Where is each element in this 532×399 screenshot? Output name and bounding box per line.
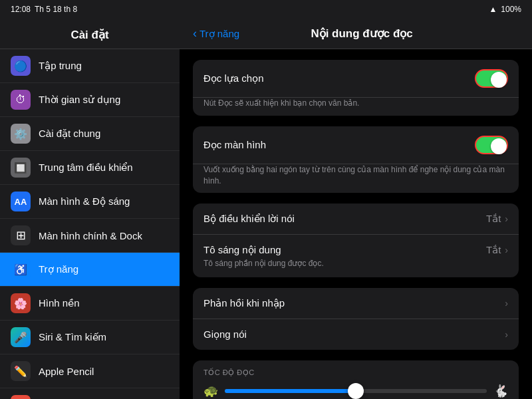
nav-group-2: Phản hồi khi nhập › Giọng nói › bbox=[193, 288, 519, 350]
phan-hoi-chevron: › bbox=[505, 298, 508, 309]
doc-lua-chon-toggle[interactable] bbox=[475, 69, 508, 88]
to-sang-chevron: › bbox=[505, 245, 508, 255]
phan-hoi-label: Phản hồi khi nhập bbox=[203, 297, 505, 309]
sidebar-label-tro-nang: Trợ năng bbox=[39, 263, 78, 275]
bo-dieu-khien-label: Bộ điều khiển lời nói bbox=[203, 213, 486, 225]
sidebar: Cài đặt 🔵 Tập trung ⏱ Thời gian sử dụng … bbox=[0, 19, 180, 399]
wifi-icon: ▲ bbox=[489, 5, 497, 14]
sidebar-label-apple-pencil: Apple Pencil bbox=[39, 366, 94, 377]
sidebar-label-hinh-nen: Hình nền bbox=[39, 297, 80, 309]
sidebar-label-man-hinh-chinh: Màn hình chính & Dock bbox=[39, 230, 142, 241]
main-container: Cài đặt 🔵 Tập trung ⏱ Thời gian sử dụng … bbox=[0, 19, 532, 399]
bo-dieu-khien-chevron: › bbox=[505, 213, 508, 224]
tro-nang-icon: ♿ bbox=[11, 259, 31, 279]
slider-track[interactable] bbox=[225, 389, 487, 393]
slider-fast-icon: 🐇 bbox=[493, 384, 508, 398]
sidebar-item-apple-pencil[interactable]: ✏️ Apple Pencil bbox=[0, 354, 180, 388]
sidebar-title: Cài đặt bbox=[0, 19, 180, 49]
slider-thumb[interactable] bbox=[348, 383, 364, 399]
thoi-gian-icon: ⏱ bbox=[11, 90, 31, 110]
touch-id-icon: ❤️ bbox=[11, 395, 31, 399]
slider-label: TỐC ĐỘ ĐỌC bbox=[203, 368, 508, 377]
cai-dat-chung-icon: ⚙️ bbox=[11, 124, 31, 144]
doc-man-hinh-group: Đọc màn hình Vuốt xuống bằng hai ngón ta… bbox=[193, 126, 519, 194]
nav-group-1: Bộ điều khiển lời nói Tắt › Tô sáng nội … bbox=[193, 203, 519, 277]
doc-man-hinh-label: Đọc màn hình bbox=[203, 139, 475, 151]
doc-man-hinh-desc: Vuốt xuống bằng hai ngón tay từ trên cùn… bbox=[193, 164, 519, 194]
doc-lua-chon-desc: Nút Đọc sẽ xuất hiện khi bạn chọn văn bả… bbox=[193, 98, 519, 116]
giong-noi-row[interactable]: Giọng nói › bbox=[193, 319, 519, 350]
sidebar-item-trung-tam[interactable]: 🔲 Trung tâm điều khiển bbox=[0, 151, 180, 185]
sidebar-item-hinh-nen[interactable]: 🌸 Hình nền bbox=[0, 287, 180, 321]
back-chevron-icon: ‹ bbox=[193, 27, 197, 41]
sidebar-item-man-hinh-chinh[interactable]: ⊞ Màn hình chính & Dock bbox=[0, 219, 180, 253]
status-bar: 12:08 Th 5 18 th 8 ▲ 100% bbox=[0, 0, 532, 19]
slider-slow-icon: 🐢 bbox=[203, 384, 218, 398]
right-header: ‹ Trợ năng Nội dung được đọc bbox=[180, 19, 532, 49]
doc-man-hinh-toggle[interactable] bbox=[475, 136, 508, 154]
giong-noi-label: Giọng nói bbox=[203, 329, 505, 340]
slider-row: 🐢 🐇 bbox=[203, 384, 508, 398]
sidebar-item-tap-trung[interactable]: 🔵 Tập trung bbox=[0, 49, 180, 83]
slider-section: TỐC ĐỘ ĐỌC 🐢 🐇 bbox=[193, 360, 519, 399]
sidebar-label-siri: Siri & Tìm kiếm bbox=[39, 331, 106, 343]
doc-lua-chon-section: Đọc lựa chọn Nút Đọc sẽ xuất hiện khi bạ… bbox=[193, 60, 519, 116]
trung-tam-icon: 🔲 bbox=[11, 158, 31, 178]
siri-icon: 🎤 bbox=[11, 327, 31, 347]
to-sang-row[interactable]: Tô sáng nội dung Tắt › Tô sáng phần nội … bbox=[193, 235, 519, 277]
bo-dieu-khien-row[interactable]: Bộ điều khiển lời nói Tắt › bbox=[193, 203, 519, 235]
sidebar-label-tap-trung: Tập trung bbox=[39, 60, 82, 72]
man-hinh-chinh-icon: ⊞ bbox=[11, 225, 31, 245]
sidebar-label-thoi-gian: Thời gian sử dụng bbox=[39, 94, 120, 106]
doc-lua-chon-group: Đọc lựa chọn Nút Đọc sẽ xuất hiện khi bạ… bbox=[193, 60, 519, 116]
sidebar-label-trung-tam: Trung tâm điều khiển bbox=[39, 162, 133, 174]
sidebar-item-thoi-gian[interactable]: ⏱ Thời gian sử dụng bbox=[0, 83, 180, 117]
man-hinh-icon: AA bbox=[11, 192, 31, 211]
tap-trung-icon: 🔵 bbox=[11, 56, 31, 76]
bo-dieu-khien-value: Tắt bbox=[486, 213, 501, 225]
sidebar-item-touch-id[interactable]: ❤️ Touch ID & Mật mã bbox=[0, 388, 180, 399]
apple-pencil-icon: ✏️ bbox=[11, 361, 31, 381]
right-panel: ‹ Trợ năng Nội dung được đọc Đọc lựa chọ… bbox=[180, 19, 532, 399]
to-sang-desc: Tô sáng phần nội dung được đọc. bbox=[203, 259, 324, 268]
doc-man-hinh-thumb bbox=[491, 138, 507, 154]
right-panel-title: Nội dung được đọc bbox=[245, 27, 479, 41]
sidebar-item-cai-dat-chung[interactable]: ⚙️ Cài đặt chung bbox=[0, 117, 180, 151]
doc-lua-chon-label: Đọc lựa chọn bbox=[203, 72, 475, 84]
sidebar-label-man-hinh: Màn hình & Độ sáng bbox=[39, 196, 130, 207]
back-button[interactable]: ‹ Trợ năng bbox=[193, 27, 239, 41]
sidebar-item-man-hinh[interactable]: AA Màn hình & Độ sáng bbox=[0, 185, 180, 219]
giong-noi-chevron: › bbox=[505, 329, 508, 340]
doc-man-hinh-row: Đọc màn hình bbox=[193, 126, 519, 164]
sidebar-item-tro-nang[interactable]: ♿ Trợ năng bbox=[0, 253, 180, 287]
status-time: 12:08 bbox=[11, 5, 31, 14]
right-content: Đọc lựa chọn Nút Đọc sẽ xuất hiện khi bạ… bbox=[180, 49, 532, 399]
sidebar-label-cai-dat-chung: Cài đặt chung bbox=[39, 128, 100, 140]
doc-lua-chon-row: Đọc lựa chọn bbox=[193, 60, 519, 98]
phan-hoi-row[interactable]: Phản hồi khi nhập › bbox=[193, 288, 519, 319]
battery-label: 100% bbox=[501, 5, 521, 14]
back-label: Trợ năng bbox=[200, 28, 239, 40]
status-right: ▲ 100% bbox=[489, 5, 521, 14]
slider-fill bbox=[225, 389, 356, 393]
to-sang-value: Tắt bbox=[486, 244, 501, 256]
doc-lua-chon-thumb bbox=[491, 72, 507, 88]
hinh-nen-icon: 🌸 bbox=[11, 293, 31, 313]
doc-man-hinh-section: Đọc màn hình Vuốt xuống bằng hai ngón ta… bbox=[193, 126, 519, 194]
status-left: 12:08 Th 5 18 th 8 bbox=[11, 5, 77, 14]
sidebar-item-siri[interactable]: 🎤 Siri & Tìm kiếm bbox=[0, 321, 180, 354]
status-day: Th 5 18 th 8 bbox=[35, 5, 77, 14]
to-sang-label: Tô sáng nội dung bbox=[203, 244, 486, 256]
